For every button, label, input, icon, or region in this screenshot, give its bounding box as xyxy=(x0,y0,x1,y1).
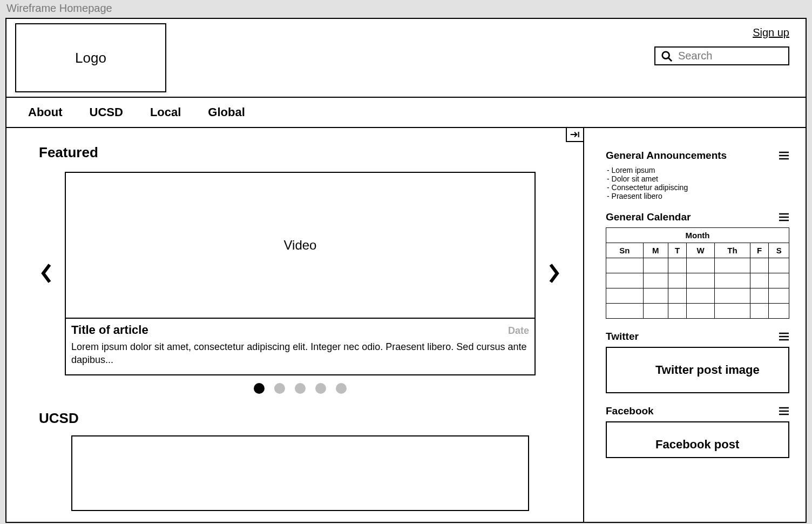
sidebar: General Announcements Lorem ipsumDolor s… xyxy=(584,128,806,522)
calendar-row xyxy=(606,288,789,304)
calendar-row xyxy=(606,273,789,288)
signup-link[interactable]: Sign up xyxy=(753,26,789,39)
carousel-dots xyxy=(39,383,561,394)
video-label: Video xyxy=(284,238,317,253)
featured-article-excerpt: Lorem ipsum dolor sit amet, consectetur … xyxy=(71,340,529,367)
nav-about[interactable]: About xyxy=(28,105,63,119)
svg-line-1 xyxy=(668,57,672,61)
calendar-day-header: S xyxy=(769,243,789,258)
twitter-post-label: Twitter post image xyxy=(655,363,783,377)
carousel-dot[interactable] xyxy=(254,383,265,394)
logo[interactable]: Logo xyxy=(15,23,166,92)
chevron-left-icon xyxy=(39,263,54,284)
app-frame: Logo Sign up About UCSD Local Global Fea… xyxy=(5,18,807,523)
carousel-next-button[interactable] xyxy=(546,263,561,284)
featured-heading: Featured xyxy=(39,144,561,161)
calendar-day-header: Th xyxy=(714,243,750,258)
chevron-right-icon xyxy=(546,263,561,284)
body-columns: Featured Video Title of article Date xyxy=(6,128,806,522)
facebook-title: Facebook xyxy=(606,405,654,417)
nav-global[interactable]: Global xyxy=(208,105,245,119)
featured-carousel: Video Title of article Date Lorem ipsum … xyxy=(39,172,561,375)
announcement-item[interactable]: Lorem ipsum xyxy=(607,166,789,174)
hamburger-icon xyxy=(779,407,789,415)
nav-bar: About UCSD Local Global xyxy=(6,98,806,128)
announcements-title: General Announcements xyxy=(606,150,727,162)
nav-local[interactable]: Local xyxy=(150,105,181,119)
carousel-dot[interactable] xyxy=(315,383,326,394)
search-icon xyxy=(661,50,673,62)
hamburger-icon xyxy=(779,332,789,341)
announcements-list: Lorem ipsumDolor sit ametConsectetur adi… xyxy=(607,166,789,200)
nav-ucsd[interactable]: UCSD xyxy=(90,105,123,119)
calendar-day-headers: SnMTWThFS xyxy=(606,243,789,258)
calendar-day-header: W xyxy=(687,243,715,258)
carousel-dot[interactable] xyxy=(274,383,285,394)
facebook-menu-button[interactable] xyxy=(779,407,789,415)
announcement-item[interactable]: Praesent libero xyxy=(607,192,789,200)
header-right: Sign up xyxy=(654,23,789,92)
carousel-dot[interactable] xyxy=(295,383,306,394)
collapse-sidebar-button[interactable] xyxy=(566,127,584,142)
calendar-month-header: Month xyxy=(606,228,789,243)
search-box[interactable] xyxy=(654,46,789,65)
carousel-dot[interactable] xyxy=(336,383,347,394)
search-input[interactable] xyxy=(678,50,783,62)
facebook-post-label: Facebook post xyxy=(655,438,783,452)
calendar-row xyxy=(606,258,789,273)
featured-card: Video Title of article Date Lorem ipsum … xyxy=(65,172,536,375)
ucsd-content-box xyxy=(71,435,529,511)
carousel-prev-button[interactable] xyxy=(39,263,54,284)
hamburger-icon xyxy=(779,213,789,221)
svg-point-0 xyxy=(662,51,669,58)
calendar-title: General Calendar xyxy=(606,211,691,223)
calendar-day-header: F xyxy=(750,243,769,258)
header: Logo Sign up xyxy=(6,19,806,98)
arrow-right-bar-icon xyxy=(570,130,580,139)
calendar-table[interactable]: Month SnMTWThFS xyxy=(606,227,789,319)
featured-video-placeholder[interactable]: Video xyxy=(66,173,534,319)
announcement-item[interactable]: Consectetur adipiscing xyxy=(607,183,789,192)
calendar-day-header: T xyxy=(668,243,687,258)
main-column: Featured Video Title of article Date xyxy=(6,128,584,522)
calendar-row xyxy=(606,304,789,319)
featured-article-date: Date xyxy=(508,325,529,337)
facebook-post-box[interactable]: Facebook post xyxy=(606,421,789,458)
calendar-menu-button[interactable] xyxy=(779,213,789,221)
ucsd-heading: UCSD xyxy=(39,410,561,427)
calendar-day-header: M xyxy=(643,243,668,258)
featured-card-body: Title of article Date Lorem ipsum dolor … xyxy=(66,319,534,374)
twitter-post-box[interactable]: Twitter post image xyxy=(606,347,789,393)
twitter-menu-button[interactable] xyxy=(779,332,789,341)
featured-article-title[interactable]: Title of article xyxy=(71,323,148,337)
calendar-day-header: Sn xyxy=(606,243,644,258)
announcement-item[interactable]: Dolor sit amet xyxy=(607,174,789,183)
twitter-title: Twitter xyxy=(606,331,639,342)
announcements-menu-button[interactable] xyxy=(779,151,789,160)
window-title: Wireframe Homepage xyxy=(5,0,807,18)
hamburger-icon xyxy=(779,151,789,160)
logo-text: Logo xyxy=(75,50,106,66)
